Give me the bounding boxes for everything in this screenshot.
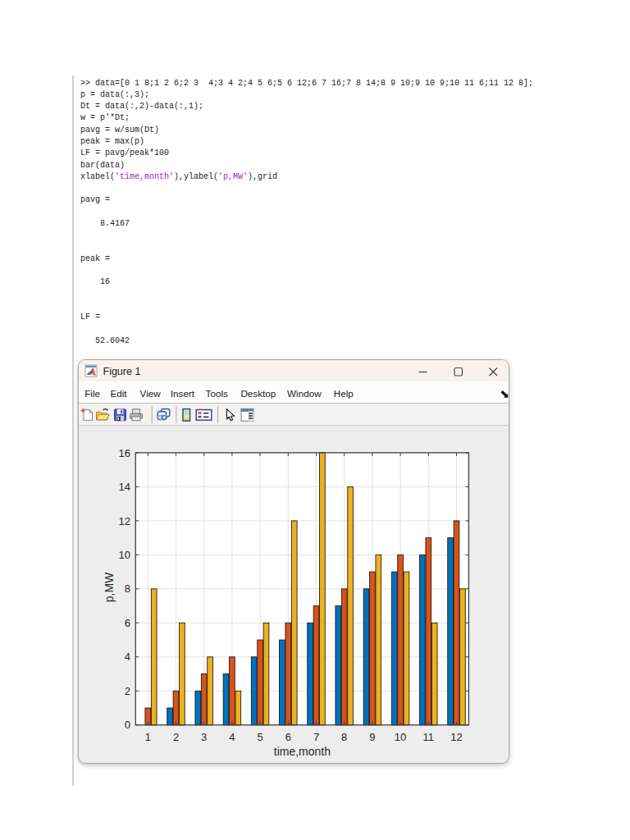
svg-text:8: 8 [341,731,347,743]
svg-text:4: 4 [125,651,130,663]
svg-text:p,MW: p,MW [103,572,116,602]
svg-text:0: 0 [125,719,130,731]
svg-text:8: 8 [125,582,130,595]
svg-text:4: 4 [229,731,235,743]
svg-text:6: 6 [125,617,130,629]
svg-text:3: 3 [201,731,207,743]
svg-text:5: 5 [257,731,262,743]
svg-text:time,month: time,month [274,745,331,758]
svg-text:9: 9 [369,731,375,743]
svg-text:14: 14 [119,481,130,493]
svg-text:10: 10 [395,731,406,743]
svg-text:10: 10 [119,549,130,561]
svg-text:16: 16 [119,447,130,459]
svg-text:6: 6 [285,731,291,743]
svg-text:⬊: ⬊ [500,387,509,400]
svg-text:2: 2 [173,731,179,743]
svg-text:7: 7 [313,731,319,743]
svg-text:11: 11 [423,731,435,743]
svg-text:1: 1 [145,731,151,743]
svg-text:2: 2 [125,685,130,697]
svg-text:12: 12 [119,515,130,527]
svg-text:12: 12 [450,731,462,743]
